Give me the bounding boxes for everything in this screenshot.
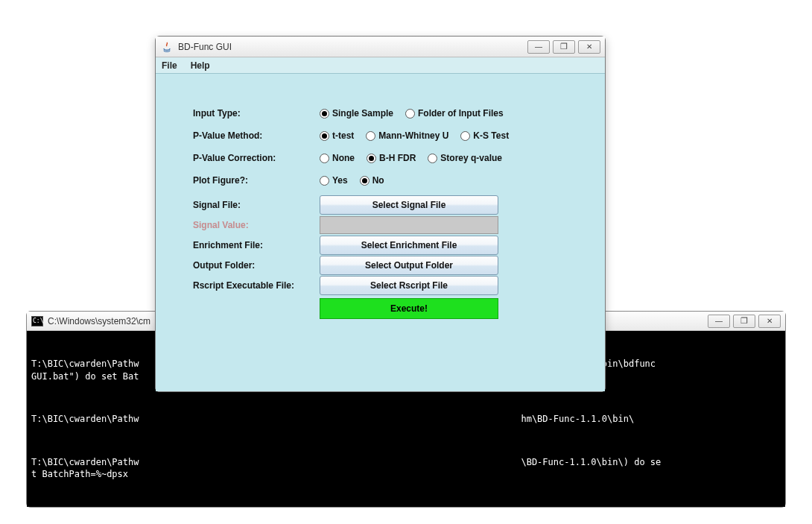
gui-titlebar[interactable]: BD-Func GUI — ❐ ✕ — [156, 37, 605, 57]
radio-ks-test[interactable]: K-S Test — [460, 130, 509, 141]
label-output-folder: Output Folder: — [193, 260, 320, 271]
gui-window: BD-Func GUI — ❐ ✕ File Help Input Type: … — [155, 36, 606, 392]
radio-label: Storey q-value — [440, 153, 502, 163]
radio-icon — [367, 154, 376, 163]
execute-button[interactable]: Execute! — [320, 298, 498, 319]
menu-help[interactable]: Help — [191, 60, 210, 71]
select-signal-file-button[interactable]: Select Signal File — [320, 195, 498, 215]
select-rscript-file-button[interactable]: Select Rscript File — [320, 276, 498, 295]
radio-icon — [320, 109, 329, 119]
java-icon — [160, 40, 174, 54]
radio-label: K-S Test — [473, 130, 509, 141]
console-window-controls: — ❐ ✕ — [708, 315, 781, 328]
label-p-correction: P-Value Correction: — [193, 153, 320, 163]
radio-storey-q[interactable]: Storey q-value — [428, 153, 502, 163]
gui-close-button[interactable]: ✕ — [578, 40, 600, 54]
label-input-type: Input Type: — [193, 108, 320, 119]
gui-restore-button[interactable]: ❐ — [553, 40, 575, 54]
radio-label: None — [332, 153, 355, 163]
radio-icon — [366, 131, 375, 141]
console-restore-button[interactable]: ❐ — [733, 315, 755, 328]
radio-icon — [460, 131, 470, 141]
radio-group-p-method: t-test Mann-Whitney U K-S Test — [320, 130, 516, 141]
label-plot: Plot Figure?: — [193, 175, 320, 186]
radio-icon — [320, 131, 329, 141]
label-rscript: Rscript Executable File: — [193, 280, 320, 291]
radio-icon — [360, 176, 369, 186]
radio-label: Yes — [332, 175, 348, 186]
radio-label: Folder of Input Files — [418, 108, 504, 119]
radio-icon — [320, 176, 329, 186]
radio-group-plot: Yes No — [320, 175, 392, 186]
select-enrichment-file-button[interactable]: Select Enrichment File — [320, 236, 498, 255]
radio-group-input-type: Single Sample Folder of Input Files — [320, 108, 511, 119]
radio-icon — [320, 154, 329, 163]
gui-window-controls: — ❐ ✕ — [527, 40, 600, 54]
console-close-button[interactable]: ✕ — [758, 315, 781, 328]
radio-ttest[interactable]: t-test — [320, 130, 354, 141]
radio-plot-yes[interactable]: Yes — [320, 175, 348, 186]
radio-folder-input[interactable]: Folder of Input Files — [405, 108, 504, 119]
console-line: T:\BIC\cwarden\Pathw \BD-Func-1.1.0\bin\… — [31, 456, 781, 480]
radio-group-p-correction: None B-H FDR Storey q-value — [320, 153, 510, 163]
radio-icon — [428, 154, 437, 163]
console-line: T:\BIC\cwarden\Pathw hm\BD-Func-1.1.0\bi… — [31, 413, 781, 425]
radio-icon — [405, 109, 415, 119]
select-output-folder-button[interactable]: Select Output Folder — [320, 256, 498, 275]
gui-menubar: File Help — [156, 57, 605, 74]
radio-bh-fdr[interactable]: B-H FDR — [367, 153, 416, 163]
radio-mann-whitney[interactable]: Mann-Whitney U — [366, 130, 448, 141]
label-p-method: P-Value Method: — [193, 130, 320, 141]
gui-window-title: BD-Func GUI — [178, 42, 527, 52]
radio-label: Single Sample — [332, 108, 393, 119]
console-minimize-button[interactable]: — — [708, 315, 730, 328]
menu-file[interactable]: File — [162, 60, 177, 71]
signal-value-field — [320, 216, 498, 234]
radio-label: B-H FDR — [379, 153, 416, 163]
radio-none[interactable]: None — [320, 153, 355, 163]
gui-minimize-button[interactable]: — — [527, 40, 550, 54]
label-signal-file: Signal File: — [193, 200, 320, 210]
radio-label: t-test — [332, 130, 354, 141]
gui-content: Input Type: Single Sample Folder of Inpu… — [156, 74, 605, 391]
radio-label: No — [372, 175, 384, 186]
radio-plot-no[interactable]: No — [360, 175, 384, 186]
radio-label: Mann-Whitney U — [378, 130, 448, 141]
cmd-icon — [31, 316, 43, 326]
label-enrichment-file: Enrichment File: — [193, 240, 320, 250]
label-signal-value: Signal Value: — [193, 220, 320, 230]
radio-single-sample[interactable]: Single Sample — [320, 108, 393, 119]
